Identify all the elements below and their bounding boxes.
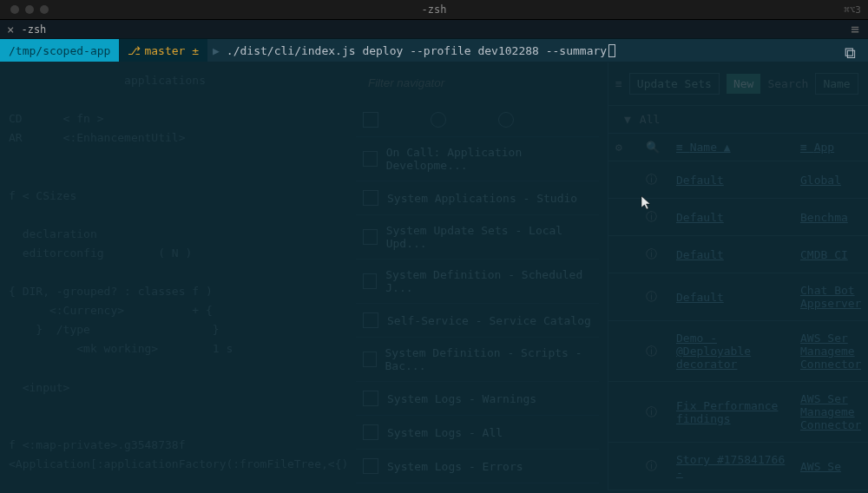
- minimize-window-button[interactable]: [25, 5, 34, 14]
- funnel-icon[interactable]: ▼: [615, 113, 640, 126]
- row-name[interactable]: Default: [676, 291, 787, 304]
- row-name[interactable]: Default: [676, 211, 787, 224]
- info-icon[interactable]: ⓘ: [646, 289, 663, 305]
- list-header: ⚙ 🔍 ≡ Name ▲ ≡ App: [608, 134, 868, 161]
- search-name-select[interactable]: Name: [815, 73, 858, 95]
- close-window-button[interactable]: [10, 5, 19, 14]
- nav-item[interactable]: System Applications - Studio: [356, 181, 599, 215]
- window-titlebar: -zsh ⌘⌥3: [0, 0, 868, 20]
- filter-navigator-input[interactable]: [363, 71, 519, 95]
- list-panel: ≡ Update Sets New Search Name ▼ All ⚙ 🔍 …: [608, 62, 868, 490]
- update-sets-label[interactable]: Update Sets: [629, 73, 720, 95]
- star-icon: [363, 229, 378, 245]
- row-name[interactable]: Default: [676, 248, 787, 261]
- star-icon: [363, 273, 377, 289]
- nav-tool-icon[interactable]: [363, 112, 378, 128]
- row-app[interactable]: AWS Ser Manageme Connector: [800, 392, 861, 431]
- tab-close-icon[interactable]: ×: [0, 23, 21, 36]
- mouse-cursor-icon: [641, 195, 653, 214]
- list-row[interactable]: ⓘ Default Chat Bot Appserver: [608, 273, 868, 321]
- list-row[interactable]: ⓘ Demo - @Deployable decorator AWS Ser M…: [608, 321, 868, 382]
- nav-tool-icon[interactable]: [431, 112, 446, 128]
- nav-item[interactable]: System Update Sets - Local Upd...: [356, 215, 599, 260]
- nav-item[interactable]: System Logs - All: [356, 416, 599, 450]
- row-name[interactable]: Demo - @Deployable decorator: [676, 332, 787, 371]
- terminal-command: ./dist/cli/index.js deploy --profile dev…: [225, 44, 607, 57]
- terminal-cursor: [608, 44, 615, 57]
- hamburger-icon[interactable]: ≡: [615, 77, 622, 90]
- info-icon[interactable]: ⓘ: [646, 458, 663, 474]
- row-app[interactable]: AWS Se: [800, 460, 861, 473]
- prompt-git-branch: ⎇ master ±: [119, 39, 207, 62]
- star-icon: [363, 190, 378, 206]
- gear-icon[interactable]: ⚙: [615, 141, 633, 154]
- git-branch-icon: ⎇: [128, 44, 141, 57]
- new-button[interactable]: New: [727, 74, 760, 94]
- traffic-lights: [0, 5, 49, 14]
- branch-name: master ±: [144, 44, 199, 57]
- row-name[interactable]: Default: [676, 174, 787, 187]
- star-icon: [363, 352, 377, 367]
- nav-item[interactable]: On Call: Application Developme...: [356, 137, 599, 181]
- nav-item[interactable]: System Definition - Scheduled J...: [356, 260, 599, 304]
- filter-row: ▼ All: [608, 106, 868, 134]
- nav-item[interactable]: System Definition - Scripts - Bac...: [356, 338, 599, 382]
- search-label: Search: [767, 77, 808, 90]
- nav-tool-icon[interactable]: [498, 112, 514, 128]
- maximize-window-button[interactable]: [40, 5, 49, 14]
- titlebar-shortcut: ⌘⌥3: [844, 4, 861, 16]
- tab-title[interactable]: -zsh: [21, 23, 46, 36]
- navigator-panel: On Call: Application Developme... System…: [356, 62, 599, 483]
- external-link-icon[interactable]: ⧉: [845, 43, 856, 62]
- info-icon[interactable]: ⓘ: [646, 344, 663, 359]
- window-title: -zsh: [422, 3, 447, 16]
- row-app[interactable]: AWS Ser Manageme Connector: [800, 332, 861, 371]
- row-app[interactable]: Benchma: [800, 211, 861, 224]
- dimmed-background: applications CD < fn > AR <:EnhancementU…: [0, 62, 868, 493]
- list-row[interactable]: ⓘ Default CMDB CI: [608, 236, 868, 273]
- tab-bar: × -zsh ≡: [0, 20, 868, 39]
- row-app[interactable]: Chat Bot Appserver: [800, 284, 861, 310]
- star-icon: [363, 151, 378, 167]
- column-name[interactable]: ≡ Name ▲: [676, 141, 787, 154]
- hamburger-icon[interactable]: ≡: [851, 21, 868, 37]
- list-toolbar: ≡ Update Sets New Search Name: [608, 62, 868, 106]
- row-name[interactable]: Story #175841766 -: [676, 453, 787, 479]
- nav-toolbar: [356, 103, 599, 137]
- list-row[interactable]: ⓘ Fix Performance findings AWS Ser Manag…: [608, 382, 868, 443]
- terminal-prompt-line[interactable]: /tmp/scoped-app ⎇ master ± ▶ ./dist/cli/…: [0, 39, 868, 62]
- info-icon[interactable]: ⓘ: [646, 404, 663, 420]
- info-icon[interactable]: ⓘ: [646, 172, 663, 187]
- list-row[interactable]: ⓘ Default Global: [608, 161, 868, 199]
- prompt-arrow-icon: ▶: [207, 44, 225, 57]
- column-app[interactable]: ≡ App: [800, 141, 861, 154]
- list-row[interactable]: ⓘ Story #175841766 - AWS Se: [608, 443, 868, 490]
- filter-all[interactable]: All: [640, 113, 660, 126]
- nav-item[interactable]: System Logs - Errors: [356, 450, 599, 483]
- star-icon: [363, 424, 378, 440]
- nav-item[interactable]: System Logs - Warnings: [356, 382, 599, 416]
- row-name[interactable]: Fix Performance findings: [676, 399, 787, 425]
- navigator-search: [356, 62, 599, 103]
- row-app[interactable]: CMDB CI: [800, 248, 861, 261]
- search-icon[interactable]: 🔍: [646, 141, 663, 154]
- code-text: applications CD < fn > AR <:EnhancementU…: [9, 71, 339, 474]
- row-app[interactable]: Global: [800, 174, 861, 187]
- info-icon[interactable]: ⓘ: [646, 246, 663, 262]
- star-icon: [363, 312, 378, 328]
- star-icon: [363, 391, 378, 406]
- nav-item[interactable]: Self-Service - Service Catalog: [356, 304, 599, 338]
- dimmed-code-panel: applications CD < fn > AR <:EnhancementU…: [0, 62, 347, 483]
- star-icon: [363, 458, 378, 474]
- prompt-path: /tmp/scoped-app: [0, 39, 119, 62]
